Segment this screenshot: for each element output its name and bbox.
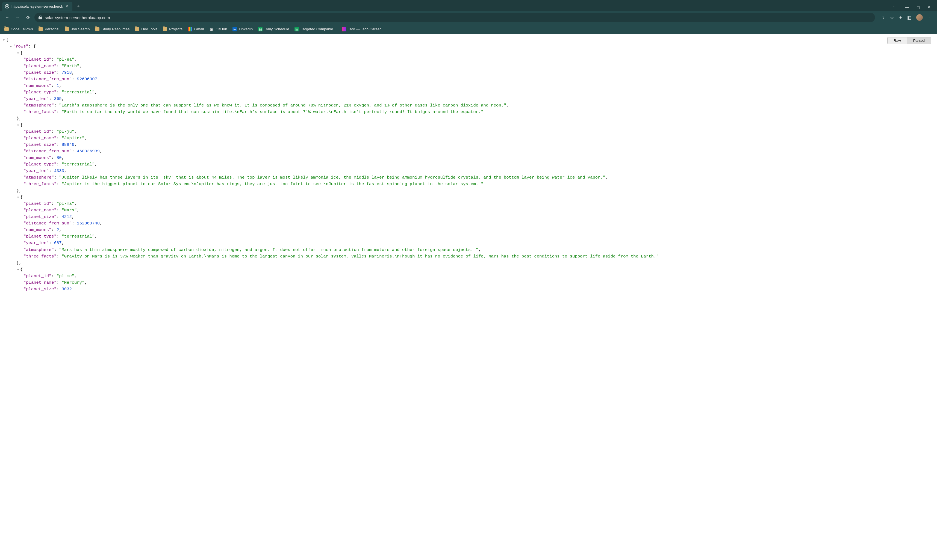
json-string: "terrestrial" <box>62 90 95 95</box>
sheets-icon: ▤ <box>258 27 262 31</box>
folder-icon <box>135 27 139 31</box>
bookmark-item[interactable]: ▤Targeted Companie... <box>294 27 336 31</box>
json-brace: { <box>6 37 8 42</box>
toolbar-right: ⇪ ☆ ✦ ◧ ⋮ <box>878 14 934 21</box>
toolbar: ← → ⟳ solar-system-server.herokuapp.com … <box>0 11 937 24</box>
globe-icon <box>5 4 9 8</box>
json-number: 1 <box>57 83 59 88</box>
json-key: "num_moons" <box>23 83 51 88</box>
collapse-toggle-icon[interactable] <box>16 266 20 273</box>
kebab-menu-icon[interactable]: ⋮ <box>928 15 932 20</box>
json-string: "Earth's atmosphere is the only one that… <box>59 103 506 108</box>
json-key: "three_facts" <box>23 254 57 259</box>
maximize-button[interactable]: ▢ <box>917 5 920 9</box>
forward-button[interactable]: → <box>14 14 21 21</box>
collapse-toggle-icon[interactable] <box>16 50 20 56</box>
json-key: "year_len" <box>23 96 49 101</box>
json-number: 3032 <box>62 287 72 292</box>
collapse-toggle-icon[interactable] <box>2 37 5 43</box>
window-controls: ˅ — ▢ ✕ <box>893 5 935 11</box>
bookmark-label: LinkedIn <box>239 27 253 31</box>
json-key: "planet_id" <box>23 201 51 206</box>
json-key: "planet_size" <box>23 70 57 75</box>
json-string: "Jupiter likely has three layers in its … <box>59 175 606 180</box>
raw-button[interactable]: Raw <box>888 37 907 44</box>
json-string: "Mars" <box>62 208 77 213</box>
json-key: "planet_size" <box>23 287 57 292</box>
sidepanel-icon[interactable]: ◧ <box>907 15 911 20</box>
avatar[interactable] <box>916 14 923 21</box>
json-string: "Mercury" <box>62 280 85 285</box>
bookmark-item[interactable]: Taro — Tech Career... <box>342 27 384 31</box>
json-tree[interactable]: {"rows": [{"planet_id": "pl-ea","planet_… <box>0 34 937 303</box>
json-key: "planet_id" <box>23 57 51 62</box>
bookmark-item[interactable]: Study Resources <box>95 27 129 31</box>
share-icon[interactable]: ⇪ <box>882 15 885 20</box>
close-icon[interactable]: ✕ <box>65 4 69 8</box>
back-button[interactable]: ← <box>3 14 11 21</box>
collapse-toggle-icon[interactable] <box>9 43 12 50</box>
json-key: "year_len" <box>23 240 49 245</box>
reload-button[interactable]: ⟳ <box>24 14 32 21</box>
browser-tab[interactable]: https://solar-system-server.herok ✕ <box>2 2 72 11</box>
bookmark-item[interactable]: inLinkedIn <box>233 27 253 31</box>
json-key: "planet_type" <box>23 162 57 167</box>
json-key: "atmosphere" <box>23 103 54 108</box>
json-number: 92696307 <box>77 77 97 82</box>
json-key: "atmosphere" <box>23 248 54 252</box>
star-icon[interactable]: ☆ <box>890 15 894 20</box>
json-key: "num_moons" <box>23 155 51 160</box>
minimize-button[interactable]: — <box>905 5 909 9</box>
json-number: 80 <box>57 155 62 160</box>
bookmark-label: Daily Schedule <box>264 27 289 31</box>
bookmark-label: Study Resources <box>101 27 129 31</box>
json-key: "planet_name" <box>23 280 57 285</box>
json-number: 687 <box>54 240 62 245</box>
bookmark-item[interactable]: Personal <box>39 27 59 31</box>
json-string: "terrestrial" <box>62 162 95 167</box>
folder-icon <box>39 27 43 31</box>
tab-title: https://solar-system-server.herok <box>11 5 63 8</box>
json-key: "planet_type" <box>23 234 57 239</box>
json-string: "pl-ma" <box>57 201 74 206</box>
window-close-button[interactable]: ✕ <box>928 5 931 9</box>
json-key: "planet_size" <box>23 142 57 147</box>
json-string: "Jupiter" <box>62 136 85 141</box>
json-key: "planet_name" <box>23 64 57 69</box>
json-string: "Mars has a thin atmosphere mostly compo… <box>59 248 478 252</box>
json-key: "distance_from_sun" <box>23 221 72 226</box>
bookmark-item[interactable]: Projects <box>163 27 182 31</box>
json-key: "year_len" <box>23 168 49 173</box>
bookmark-item[interactable]: Code Fellows <box>5 27 33 31</box>
page-viewport[interactable]: Raw Parsed {"rows": [{"planet_id": "pl-e… <box>0 34 937 560</box>
json-number: 460336939 <box>77 149 100 154</box>
json-key: "planet_id" <box>23 129 51 134</box>
collapse-toggle-icon[interactable] <box>16 194 20 200</box>
bookmark-item[interactable]: Gmail <box>188 27 204 31</box>
extensions-icon[interactable]: ✦ <box>899 15 902 20</box>
parsed-button[interactable]: Parsed <box>907 37 931 44</box>
bookmark-item[interactable]: ▤Daily Schedule <box>258 27 289 31</box>
json-string: "pl-ju" <box>57 129 74 134</box>
json-key: "planet_name" <box>23 208 57 213</box>
json-string: "pl-ea" <box>57 57 74 62</box>
bookmark-label: Gmail <box>194 27 204 31</box>
chevron-down-icon[interactable]: ˅ <box>893 5 895 9</box>
bookmarks-bar: Code FellowsPersonalJob SearchStudy Reso… <box>0 24 937 34</box>
json-key: "planet_type" <box>23 90 57 95</box>
bookmark-item[interactable]: ◉GitHub <box>209 27 227 31</box>
collapse-toggle-icon[interactable] <box>16 122 20 128</box>
new-tab-button[interactable]: + <box>75 3 82 10</box>
address-bar[interactable]: solar-system-server.herokuapp.com <box>34 13 875 22</box>
json-key: "rows" <box>13 44 28 49</box>
json-string: "pl-me" <box>57 274 74 278</box>
folder-icon <box>163 27 167 31</box>
json-key: "planet_id" <box>23 274 51 278</box>
bookmark-label: Dev Tools <box>141 27 157 31</box>
bookmark-item[interactable]: Job Search <box>65 27 89 31</box>
json-key: "planet_size" <box>23 214 57 219</box>
bookmark-item[interactable]: Dev Tools <box>135 27 157 31</box>
json-string: "Earth is so far the only world we have … <box>62 109 484 114</box>
url-text: solar-system-server.herokuapp.com <box>45 15 871 20</box>
browser-window: https://solar-system-server.herok ✕ + ˅ … <box>0 0 937 560</box>
